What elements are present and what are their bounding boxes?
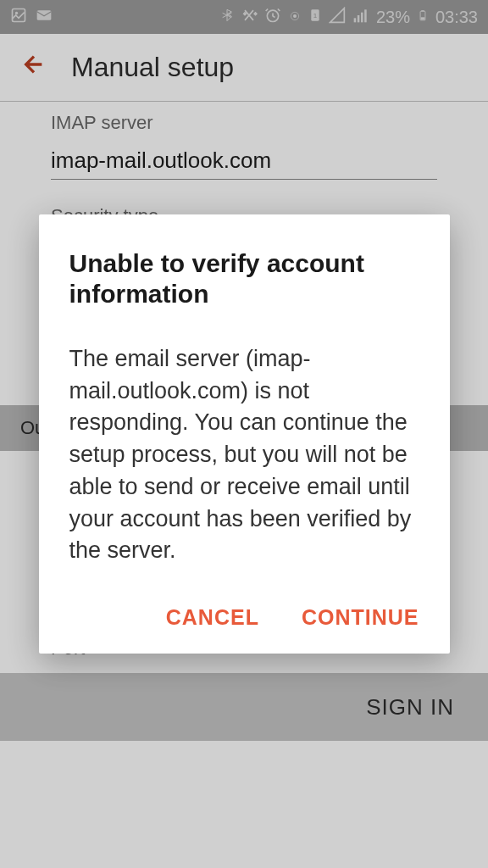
modal-overlay: Unable to verify account information The…: [0, 0, 488, 868]
cancel-button[interactable]: CANCEL: [166, 605, 259, 630]
continue-button[interactable]: CONTINUE: [302, 605, 419, 630]
dialog-title: Unable to verify account information: [69, 248, 419, 309]
dialog-message: The email server (imap-mail.outlook.com)…: [69, 343, 419, 568]
error-dialog: Unable to verify account information The…: [39, 214, 450, 654]
